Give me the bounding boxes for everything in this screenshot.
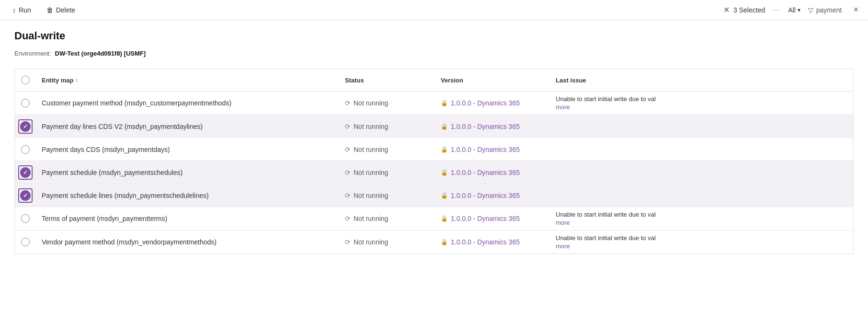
issue-more-link[interactable]: more	[556, 243, 847, 250]
issue-text: Unable to start initial write due to val	[556, 211, 656, 218]
row-status: ⟳Not running	[339, 119, 435, 134]
row-checkbox-cell	[15, 145, 36, 154]
run-icon: ↕	[12, 6, 16, 14]
row-issue	[550, 146, 853, 153]
last-issue-header-label: Last issue	[556, 77, 586, 84]
lock-icon: 🔒	[441, 192, 448, 199]
radio-unchecked[interactable]	[21, 238, 30, 246]
row-version: 🔒1.0.0.0 - Dynamics 365	[435, 119, 550, 134]
row-version: 🔒1.0.0.0 - Dynamics 365	[435, 234, 550, 250]
header-last-issue: Last issue	[550, 73, 853, 87]
row-status: ⟳Not running	[339, 234, 435, 250]
row-name: Payment day lines CDS V2 (msdyn_paymentd…	[36, 119, 339, 134]
header-checkbox-col	[15, 73, 36, 87]
status-text: Not running	[354, 192, 388, 199]
table-row: Payment schedule (msdyn_paymentschedules…	[15, 161, 853, 184]
entity-map-table: Entity map ↑ Status Version Last issue C…	[14, 69, 854, 254]
environment-value: DW-Test (orge4d091f8) [USMF]	[55, 50, 146, 57]
row-version: 🔒1.0.0.0 - Dynamics 365	[435, 211, 550, 226]
toolbar-left: ↕ Run 🗑 Delete	[10, 4, 78, 16]
issue-more-link[interactable]: more	[556, 219, 847, 226]
table-row: Payment days CDS (msdyn_paymentdays)⟳Not…	[15, 138, 853, 161]
lock-icon: 🔒	[441, 239, 448, 245]
row-version: 🔒1.0.0.0 - Dynamics 365	[435, 165, 550, 180]
row-issue	[550, 192, 853, 199]
status-text: Not running	[354, 169, 388, 176]
checkbox-checked[interactable]	[20, 121, 31, 132]
table-row: Terms of payment (msdyn_paymentterms)⟳No…	[15, 207, 853, 231]
checkbox-border[interactable]	[18, 119, 33, 134]
sort-arrow-icon[interactable]: ↑	[75, 77, 78, 83]
lock-icon: 🔒	[441, 100, 448, 106]
radio-unchecked[interactable]	[21, 145, 30, 154]
checkbox-checked[interactable]	[20, 190, 31, 201]
all-filter-button[interactable]: All ▾	[788, 6, 800, 14]
all-label: All	[788, 6, 796, 14]
delete-button[interactable]: 🗑 Delete	[44, 4, 78, 16]
run-button[interactable]: ↕ Run	[10, 4, 34, 16]
header-status: Status	[339, 73, 435, 87]
row-issue: Unable to start initial write due to val…	[550, 207, 853, 230]
table-row: Payment schedule lines (msdyn_paymentsch…	[15, 184, 853, 207]
row-name: Payment days CDS (msdyn_paymentdays)	[36, 142, 339, 157]
radio-unchecked[interactable]	[21, 99, 30, 107]
row-name: Terms of payment (msdyn_paymentterms)	[36, 211, 339, 226]
checkbox-checked[interactable]	[20, 167, 31, 178]
radio-unchecked[interactable]	[21, 214, 30, 223]
table-row: Payment day lines CDS V2 (msdyn_paymentd…	[15, 115, 853, 138]
sync-icon: ⟳	[345, 99, 351, 107]
status-text: Not running	[354, 215, 388, 222]
header-version: Version	[435, 73, 550, 87]
row-status: ⟳Not running	[339, 211, 435, 226]
version-text: 1.0.0.0 - Dynamics 365	[451, 123, 520, 130]
delete-label: Delete	[56, 6, 75, 14]
clear-selection-button[interactable]: ✕	[723, 5, 730, 14]
header-radio[interactable]	[21, 76, 30, 84]
close-button[interactable]: ×	[853, 5, 858, 15]
row-checkbox-cell	[15, 214, 36, 223]
checkbox-border[interactable]	[18, 188, 33, 203]
issue-text: Unable to start initial write due to val	[556, 95, 656, 103]
status-text: Not running	[354, 123, 388, 130]
issue-more-link[interactable]: more	[556, 104, 847, 111]
row-version: 🔒1.0.0.0 - Dynamics 365	[435, 95, 550, 111]
checkbox-border[interactable]	[18, 165, 33, 180]
version-text: 1.0.0.0 - Dynamics 365	[451, 238, 520, 246]
status-text: Not running	[354, 238, 388, 246]
filter-icon: ▽	[808, 6, 813, 14]
table-row: Vendor payment method (msdyn_vendorpayme…	[15, 231, 853, 254]
row-checkbox-cell	[15, 188, 36, 203]
payment-filter-area: ▽ payment	[808, 6, 842, 14]
environment-row: Environment: DW-Test (orge4d091f8) [USMF…	[14, 50, 854, 57]
version-text: 1.0.0.0 - Dynamics 365	[451, 146, 520, 153]
sync-icon: ⟳	[345, 215, 351, 222]
row-checkbox-cell	[15, 238, 36, 246]
row-checkbox-cell	[15, 165, 36, 180]
row-name: Vendor payment method (msdyn_vendorpayme…	[36, 234, 339, 250]
filter-label: payment	[816, 6, 842, 14]
version-header-label: Version	[441, 77, 463, 84]
row-status: ⟳Not running	[339, 95, 435, 111]
status-header-label: Status	[345, 77, 364, 84]
row-checkbox-cell	[15, 119, 36, 134]
version-text: 1.0.0.0 - Dynamics 365	[451, 169, 520, 176]
row-issue: Unable to start initial write due to val…	[550, 231, 853, 254]
table-header: Entity map ↑ Status Version Last issue	[15, 69, 853, 92]
row-status: ⟳Not running	[339, 188, 435, 203]
sync-icon: ⟳	[345, 123, 351, 130]
sync-icon: ⟳	[345, 169, 351, 176]
lock-icon: 🔒	[441, 123, 448, 130]
selected-count-area: ✕ 3 Selected	[723, 5, 765, 14]
divider1: —	[773, 6, 780, 14]
lock-icon: 🔒	[441, 169, 448, 176]
row-checkbox-cell	[15, 99, 36, 107]
row-status: ⟳Not running	[339, 142, 435, 157]
selected-count-label: 3 Selected	[733, 6, 765, 14]
entity-map-header-label: Entity map	[42, 77, 73, 84]
row-issue	[550, 123, 853, 130]
page-title: Dual-write	[14, 30, 854, 42]
lock-icon: 🔒	[441, 215, 448, 222]
sync-icon: ⟳	[345, 146, 351, 153]
sync-icon: ⟳	[345, 192, 351, 199]
row-issue	[550, 169, 853, 176]
